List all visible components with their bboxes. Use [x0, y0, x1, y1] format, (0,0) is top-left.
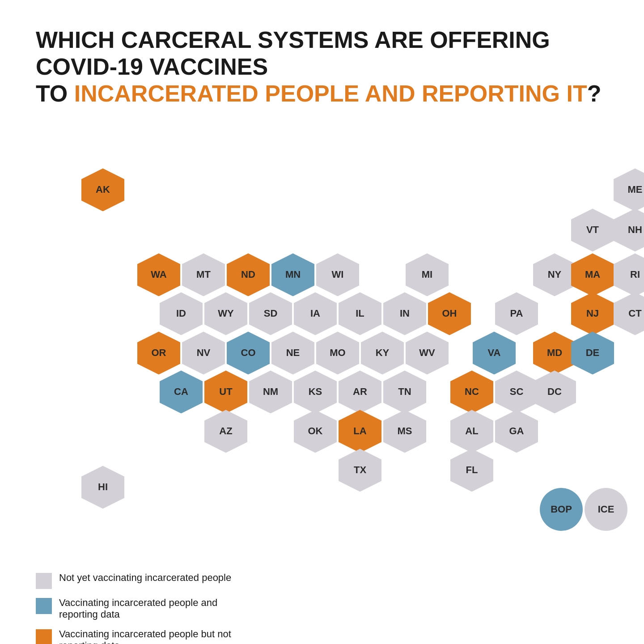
state-mn: MN [271, 253, 314, 296]
state-ice: ICE [585, 488, 627, 531]
mt-hex: MT [182, 253, 225, 296]
dc-hex: DC [533, 370, 576, 413]
state-ms: MS [383, 410, 426, 453]
la-hex: LA [339, 410, 381, 453]
page: WHICH CARCERAL SYSTEMS ARE OFFERING COVI… [0, 0, 644, 644]
state-co: CO [227, 331, 270, 374]
ga-hex: GA [495, 410, 538, 453]
state-me: ME [614, 168, 644, 211]
legend-label-gray: Not yet vaccinating incarcerated people [59, 572, 231, 584]
in-hex: IN [383, 292, 426, 335]
nh-hex: NH [614, 208, 644, 251]
ne-hex: NE [271, 331, 314, 374]
ma-hex: MA [571, 253, 614, 296]
legend-swatch-blue [36, 598, 52, 614]
map-area: AKHIMEVTNHWAMTNDMNWIMINYMARIIDWYSDIAILIN… [36, 120, 608, 559]
va-hex: VA [473, 331, 516, 374]
state-ok: OK [294, 410, 337, 453]
state-sc: SC [495, 370, 538, 413]
mi-hex: MI [406, 253, 449, 296]
ia-hex: IA [294, 292, 337, 335]
legend: Not yet vaccinating incarcerated people … [36, 572, 236, 644]
state-or: OR [137, 331, 180, 374]
bop-circle: BOP [540, 488, 583, 531]
state-ak: AK [81, 168, 124, 211]
state-wi: WI [316, 253, 359, 296]
state-ga: GA [495, 410, 538, 453]
state-nh: NH [614, 208, 644, 251]
legend-swatch-orange [36, 629, 52, 644]
state-il: IL [339, 292, 381, 335]
ct-hex: CT [614, 292, 644, 335]
state-tx: TX [339, 449, 381, 491]
state-la: LA [339, 410, 381, 453]
state-nj: NJ [571, 292, 614, 335]
de-hex: DE [571, 331, 614, 374]
wa-hex: WA [137, 253, 180, 296]
bottom-area: Not yet vaccinating incarcerated people … [36, 572, 608, 644]
ky-hex: KY [361, 331, 404, 374]
ri-hex: RI [614, 253, 644, 296]
state-al: AL [450, 410, 493, 453]
wy-hex: WY [204, 292, 247, 335]
title-highlight: INCARCERATED PEOPLE AND REPORTING IT [74, 80, 587, 106]
state-de: DE [571, 331, 614, 374]
mn-hex: MN [271, 253, 314, 296]
legend-item-gray: Not yet vaccinating incarcerated people [36, 572, 233, 589]
nm-hex: NM [249, 370, 292, 413]
nc-hex: NC [450, 370, 493, 413]
ok-hex: OK [294, 410, 337, 453]
state-pa: PA [495, 292, 538, 335]
title-line2-plain: TO [36, 80, 74, 106]
state-mo: MO [316, 331, 359, 374]
state-nc: NC [450, 370, 493, 413]
az-hex: AZ [204, 410, 247, 453]
co-hex: CO [227, 331, 270, 374]
state-nd: ND [227, 253, 270, 296]
oh-hex: OH [428, 292, 471, 335]
sd-hex: SD [249, 292, 292, 335]
id-hex: ID [160, 292, 203, 335]
ny-hex: NY [533, 253, 576, 296]
legend-item-blue: Vaccinating incarcerated people and repo… [36, 597, 233, 620]
state-oh: OH [428, 292, 471, 335]
title-end: ? [587, 80, 602, 106]
me-hex: ME [614, 168, 644, 211]
state-id: ID [160, 292, 203, 335]
nd-hex: ND [227, 253, 270, 296]
state-dc: DC [533, 370, 576, 413]
ak-hex: AK [81, 168, 124, 211]
state-wy: WY [204, 292, 247, 335]
sc-hex: SC [495, 370, 538, 413]
ar-hex: AR [339, 370, 381, 413]
hex-grid: AKHIMEVTNHWAMTNDMNWIMINYMARIIDWYSDIAILIN… [76, 120, 568, 559]
state-fl: FL [450, 449, 493, 491]
legend-label-blue: Vaccinating incarcerated people and repo… [59, 597, 233, 620]
md-hex: MD [533, 331, 576, 374]
wi-hex: WI [316, 253, 359, 296]
state-sd: SD [249, 292, 292, 335]
state-ks: KS [294, 370, 337, 413]
tn-hex: TN [383, 370, 426, 413]
title-line1: WHICH CARCERAL SYSTEMS ARE OFFERING COVI… [36, 27, 550, 80]
state-tn: TN [383, 370, 426, 413]
state-ny: NY [533, 253, 576, 296]
state-ia: IA [294, 292, 337, 335]
ut-hex: UT [204, 370, 247, 413]
state-ca: CA [160, 370, 203, 413]
pa-hex: PA [495, 292, 538, 335]
fl-hex: FL [450, 449, 493, 491]
legend-swatch-gray [36, 573, 52, 589]
state-ne: NE [271, 331, 314, 374]
vt-hex: VT [571, 208, 614, 251]
state-ri: RI [614, 253, 644, 296]
tx-hex: TX [339, 449, 381, 491]
nj-hex: NJ [571, 292, 614, 335]
state-nm: NM [249, 370, 292, 413]
state-ar: AR [339, 370, 381, 413]
state-mt: MT [182, 253, 225, 296]
state-wa: WA [137, 253, 180, 296]
state-ky: KY [361, 331, 404, 374]
state-md: MD [533, 331, 576, 374]
ca-hex: CA [160, 370, 203, 413]
